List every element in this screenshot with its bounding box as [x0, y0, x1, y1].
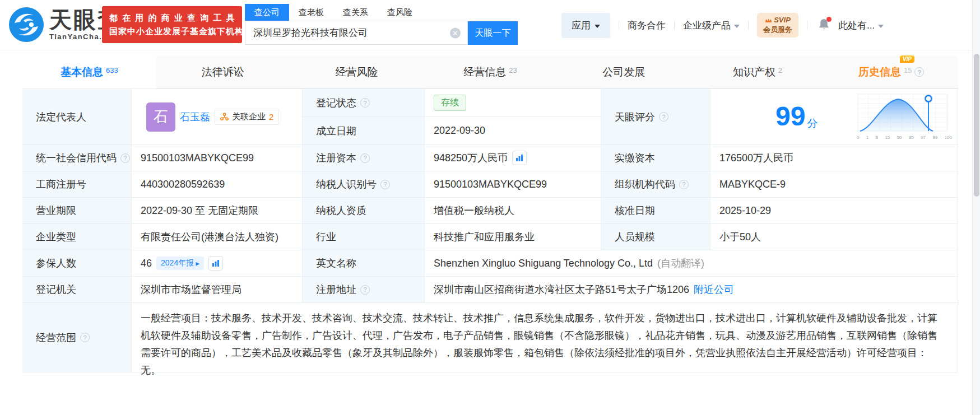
scrollbar-thumb[interactable] — [974, 54, 979, 197]
tianyancha-logo-icon — [9, 7, 44, 42]
field-label-score: 天眼评分 ? — [601, 89, 710, 145]
capital-trend-button[interactable] — [512, 151, 527, 165]
tab-count: 2 — [778, 66, 782, 74]
help-icon[interactable]: ? — [80, 333, 90, 342]
related-companies-badge[interactable]: 关联企业 2 — [215, 109, 279, 125]
search-input[interactable] — [245, 21, 467, 44]
field-label-paid-capital: 实缴资本 — [601, 145, 710, 171]
field-value-paid-capital: 176500万人民币 — [710, 145, 958, 171]
help-icon[interactable]: ? — [360, 285, 370, 295]
help-icon[interactable]: ? — [120, 153, 130, 163]
help-icon[interactable]: ? — [914, 67, 924, 77]
field-label-company-type: 企业类型 — [22, 224, 132, 250]
field-label-approve-date: 核准日期 — [601, 198, 710, 224]
nav-divider — [748, 21, 749, 30]
nav-divider — [807, 21, 807, 30]
search-tab-boss[interactable]: 查老板 — [289, 4, 333, 21]
field-label-taxpayer-id: 纳税人识别号 ? — [303, 171, 425, 198]
tab-company-development[interactable]: 公司发展 — [557, 56, 691, 88]
annual-report-chip[interactable]: 2024年报 ▸ — [156, 257, 204, 270]
slogan-line1: 都 在 用 的 商 业 查 询 工 具 — [109, 13, 235, 24]
nav-divider — [619, 21, 619, 30]
tab-operating-info[interactable]: 经营信息 23 — [424, 56, 558, 88]
field-label-reg-no: 工商注册号 — [22, 171, 132, 198]
auto-translate-note: (自动翻译) — [657, 257, 704, 270]
score-distribution-chart: 0131550859799100 — [857, 94, 952, 140]
basic-info-table: 法定代表人 石 石玉磊 关联企业 2 — [22, 88, 958, 372]
table-row: 工商注册号 440300280592639 纳税人识别号 ? 91500103M… — [22, 171, 958, 198]
field-label-english-name: 英文名称 — [303, 250, 425, 277]
search-tab-relation[interactable]: 查关系 — [333, 4, 378, 21]
company-tabbar: 基本信息 633 法律诉讼 经营风险 经营信息 23 公司发展 知识产权 2 历… — [22, 56, 958, 88]
field-value-address: 深圳市南山区招商街道水湾社区太子路51号太子广场1206 附近公司 — [425, 277, 958, 303]
field-value-company-type: 有限责任公司(港澳台法人独资) — [132, 224, 303, 250]
tab-basic-info[interactable]: 基本信息 633 — [22, 56, 156, 88]
tab-lawsuits[interactable]: 法律诉讼 — [156, 56, 290, 88]
svip-label: SVIP — [774, 16, 791, 25]
tab-history-info[interactable]: 历史信息 VIP 15 ? — [824, 56, 958, 88]
search-row: ✕ 天眼一下 — [245, 21, 518, 45]
nearby-companies-link[interactable]: 附近公司 — [694, 283, 734, 296]
field-value-taxpayer-id: 91500103MABYKQCE99 — [425, 171, 601, 198]
field-value-score: 99 分 — [710, 89, 958, 145]
field-label-scope: 经营范围 ? — [22, 303, 132, 372]
field-value-scope: 一般经营项目：技术服务、技术开发、技术咨询、技术交流、技术转让、技术推广，信息系… — [132, 303, 958, 372]
field-label-industry: 行业 — [303, 224, 425, 250]
tab-label: 经营信息 — [463, 65, 506, 80]
field-label-staff-size: 人员规模 — [601, 224, 710, 250]
user-name: 此处有... — [838, 19, 875, 32]
page-scrollbar — [972, 0, 980, 415]
chevron-right-icon: ▸ — [196, 259, 199, 268]
help-icon[interactable]: ? — [659, 112, 668, 122]
insured-trend-button[interactable] — [208, 256, 223, 271]
field-label-org-code: 组织机构代码 ? — [601, 171, 710, 198]
nav-user-menu[interactable]: 此处有... — [838, 19, 884, 32]
table-row: 统一社会信用代码 ? 91500103MABYKQCE99 注册资本 ? 948… — [22, 145, 958, 171]
help-icon[interactable]: ? — [679, 180, 689, 189]
search-tab-risk[interactable]: 查风险 — [378, 4, 422, 21]
field-value-industry: 科技推广和应用服务业 — [425, 224, 601, 250]
slogan-line2: 国家中小企业发展子基金旗下机构 — [109, 26, 235, 37]
search-tab-company[interactable]: 查公司 — [245, 4, 289, 21]
field-value-reg-capital: 948250万人民币 — [425, 145, 601, 171]
tab-count: 23 — [509, 66, 517, 74]
tianyancha-company-page: 天眼查 TianYanCha.com 都 在 用 的 商 业 查 询 工 具 国… — [0, 0, 980, 415]
help-icon[interactable]: ? — [380, 180, 390, 189]
nav-enterprise-label: 企业级产品 — [683, 19, 731, 32]
table-row: 营业期限 2022-09-30 至 无固定期限 纳税人资质 增值税一般纳税人 核… — [22, 198, 958, 224]
chevron-down-icon — [734, 25, 740, 28]
notification-dot — [826, 17, 832, 22]
status-badge: 存续 — [434, 95, 466, 111]
tab-count: 633 — [106, 66, 118, 74]
field-label-usci: 统一社会信用代码 ? — [22, 145, 132, 171]
field-value-reg-no: 440300280592639 — [132, 171, 303, 198]
bar-chart-icon — [212, 259, 220, 267]
nav-business-cooperation[interactable]: 商务合作 — [628, 19, 666, 32]
legal-rep-avatar[interactable]: 石 — [146, 102, 175, 132]
tab-label: 经营风险 — [335, 65, 378, 80]
tab-count: 15 — [904, 66, 912, 74]
legal-rep-name-link[interactable]: 石玉磊 — [180, 110, 210, 124]
tab-label: 历史信息 — [858, 66, 901, 78]
tab-label: 基本信息 — [61, 65, 103, 80]
notification-bell-icon[interactable] — [818, 18, 830, 33]
help-icon[interactable]: ? — [360, 153, 370, 163]
field-label-reg-authority: 登记机关 — [22, 277, 132, 303]
tab-label: 公司发展 — [603, 65, 645, 80]
field-value-usci: 91500103MABYKQCE99 — [132, 145, 303, 171]
nav-app-label: 应用 — [572, 19, 591, 32]
tab-intellectual-property[interactable]: 知识产权 2 — [691, 56, 825, 88]
nav-enterprise-products[interactable]: 企业级产品 — [683, 19, 740, 32]
search-button[interactable]: 天眼一下 — [468, 21, 518, 45]
bar-chart-icon — [515, 154, 523, 162]
score-value: 99 分 — [775, 103, 818, 131]
clear-search-icon[interactable]: ✕ — [450, 27, 461, 38]
search-tabs: 查公司 查老板 查关系 查风险 — [245, 4, 518, 21]
nav-app-dropdown[interactable]: 应用 — [561, 13, 610, 38]
nav-divider — [674, 21, 675, 30]
tab-operating-risk[interactable]: 经营风险 — [290, 56, 424, 88]
table-row: 登记机关 深圳市市场监督管理局 注册地址 ? 深圳市南山区招商街道水湾社区太子路… — [22, 277, 958, 303]
help-icon[interactable]: ? — [360, 98, 370, 108]
svip-member-badge[interactable]: SVIP 会员服务 — [757, 13, 798, 38]
brand-slogan-banner: 都 在 用 的 商 业 查 询 工 具 国家中小企业发展子基金旗下机构 — [102, 6, 242, 43]
